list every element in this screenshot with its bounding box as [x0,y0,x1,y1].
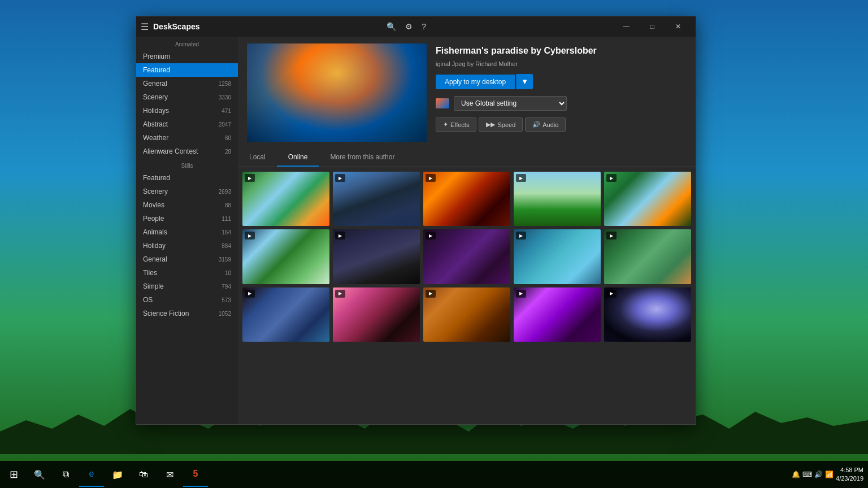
maximize-button[interactable]: □ [639,16,665,37]
title-bar-controls: — □ ✕ [613,16,691,37]
effects-button[interactable]: ✦ Effects [436,117,476,132]
holiday-stills-count: 884 [222,243,231,249]
taskbar-clock[interactable]: 4:58 PM 4/23/2019 [836,466,863,483]
sidebar-item-holiday-stills[interactable]: Holiday 884 [136,239,238,252]
wallpaper-thumb-2[interactable]: ▶ [333,172,420,226]
video-badge-9: ▶ [516,232,526,239]
wallpaper-thumb-10[interactable]: ▶ [604,229,691,284]
apply-button[interactable]: Apply to my desktop [436,75,515,89]
wallpaper-thumb-9[interactable]: ▶ [514,229,601,284]
apply-dropdown-button[interactable]: ▼ [516,74,533,89]
settings-icon[interactable]: ⚙ [405,22,413,31]
video-badge-6: ▶ [245,232,255,239]
sidebar-item-general-stills[interactable]: General 3159 [136,252,238,266]
wallpaper-thumb-15[interactable]: ▶ [604,287,691,342]
wallpaper-thumb-1[interactable]: ▶ [242,172,329,226]
general-animated-count: 1258 [219,81,231,87]
title-bar-center: 🔍 ⚙ ? [387,22,426,31]
simple-stills-count: 794 [222,284,231,290]
taskbar-volume-icon[interactable]: 🔊 [814,470,823,478]
video-badge-12: ▶ [335,290,345,298]
sidebar-item-tiles-stills[interactable]: Tiles 10 [136,266,238,280]
taskbar-edge-icon[interactable]: e [79,462,104,487]
os-stills-count: 573 [222,297,231,303]
wallpaper-thumb-3[interactable]: ▶ [423,172,510,226]
tab-local[interactable]: Local [238,149,277,167]
sidebar-item-abstract-animated[interactable]: Abstract 2047 [136,117,238,131]
help-icon[interactable]: ? [422,22,426,31]
title-bar: ☰ DeskScapes 🔍 ⚙ ? — □ ✕ [136,16,696,37]
stills-section-label: Stills [136,158,238,171]
taskbar-store-icon[interactable]: 🛍 [131,462,156,487]
taskbar-multitask-icon[interactable]: ⧉ [53,462,78,487]
grid-area: ▶ ▶ ▶ ▶ ▶ [238,167,696,424]
taskbar-search-icon[interactable]: 🔍 [27,462,52,487]
taskbar-mail-icon[interactable]: ✉ [157,462,182,487]
sidebar-item-featured-stills[interactable]: Featured [136,171,238,185]
sidebar-item-premium[interactable]: Premium [136,50,238,63]
animated-section-label: Animated [136,37,238,50]
scenery-stills-count: 2693 [219,189,231,195]
taskbar-time: 4:58 PM [836,466,863,474]
taskbar-start-button[interactable]: ⊞ [0,461,27,488]
app-window: ☰ DeskScapes 🔍 ⚙ ? — □ ✕ Animated Premiu… [136,16,696,425]
minimize-button[interactable]: — [613,16,639,37]
general-stills-count: 3159 [219,256,231,263]
sidebar-item-scenery-stills[interactable]: Scenery 2693 [136,185,238,198]
taskbar-explorer-icon[interactable]: 📁 [105,462,130,487]
video-badge-2: ▶ [335,174,345,182]
sidebar-item-science-fiction-stills[interactable]: Science Fiction 1052 [136,307,238,320]
main-content: Fisherman's paradise by Cyberslober igin… [238,37,696,424]
action-buttons: ✦ Effects ▶▶ Speed 🔊 Audio [436,117,687,132]
taskbar-network-icon[interactable]: 📶 [825,470,834,478]
video-badge-10: ▶ [606,232,617,239]
wallpaper-thumb-12[interactable]: ▶ [333,287,420,342]
close-button[interactable]: ✕ [665,16,691,37]
video-badge-15: ▶ [606,290,617,298]
speed-icon: ▶▶ [486,121,495,128]
sidebar-item-alienware-contest[interactable]: Alienware Contest 28 [136,145,238,158]
video-badge-11: ▶ [245,290,255,298]
taskbar-app5-icon[interactable]: 5 [183,462,208,487]
setting-row: Use Global setting [436,96,687,111]
wallpaper-thumb-5[interactable]: ▶ [604,172,691,226]
audio-button[interactable]: 🔊 Audio [525,117,566,132]
science-fiction-stills-count: 1052 [219,311,231,317]
taskbar-notification-icon[interactable]: 🔔 [792,470,800,478]
wallpaper-thumb-13[interactable]: ▶ [423,287,510,342]
speed-button[interactable]: ▶▶ Speed [479,117,523,132]
wallpaper-thumb-8[interactable]: ▶ [423,229,510,284]
global-setting-select[interactable]: Use Global setting [454,96,567,111]
tab-online[interactable]: Online [277,149,319,167]
preview-image[interactable] [247,43,427,142]
app-body: Animated Premium Featured General 1258 S… [136,37,696,424]
sidebar-item-os-stills[interactable]: OS 573 [136,293,238,307]
video-badge-8: ▶ [426,232,436,239]
hamburger-icon[interactable]: ☰ [141,21,149,32]
weather-animated-count: 60 [225,135,231,141]
sidebar-item-animals-stills[interactable]: Animals 164 [136,225,238,239]
animals-stills-count: 164 [222,229,231,236]
sidebar-item-simple-stills[interactable]: Simple 794 [136,280,238,293]
wallpaper-thumb-4[interactable]: ▶ [514,172,601,226]
wallpaper-thumb-6[interactable]: ▶ [242,229,329,284]
tiles-stills-count: 10 [225,270,231,276]
preview-info: Fisherman's paradise by Cyberslober igin… [436,43,687,142]
taskbar-keyboard-icon[interactable]: ⌨ [802,470,812,478]
sidebar-item-featured-animated[interactable]: Featured [136,63,238,77]
sidebar-item-people-stills[interactable]: People 111 [136,212,238,225]
wallpaper-subtitle: iginal Jpeg by Richard Molher [436,60,687,67]
sidebar-item-weather-animated[interactable]: Weather 60 [136,131,238,145]
wallpaper-thumb-11[interactable]: ▶ [242,287,329,342]
audio-icon: 🔊 [532,121,540,128]
wallpaper-thumb-14[interactable]: ▶ [514,287,601,342]
wallpaper-thumb-7[interactable]: ▶ [333,229,420,284]
movies-stills-count: 88 [225,202,231,208]
sidebar-item-scenery-animated[interactable]: Scenery 3330 [136,90,238,104]
sidebar-item-general-animated[interactable]: General 1258 [136,77,238,90]
sidebar-item-movies-stills[interactable]: Movies 88 [136,198,238,212]
apply-row: Apply to my desktop ▼ [436,74,687,89]
search-icon[interactable]: 🔍 [387,22,396,31]
sidebar-item-holidays-animated[interactable]: Holidays 471 [136,104,238,117]
tab-more-from-author[interactable]: More from this author [319,149,406,167]
